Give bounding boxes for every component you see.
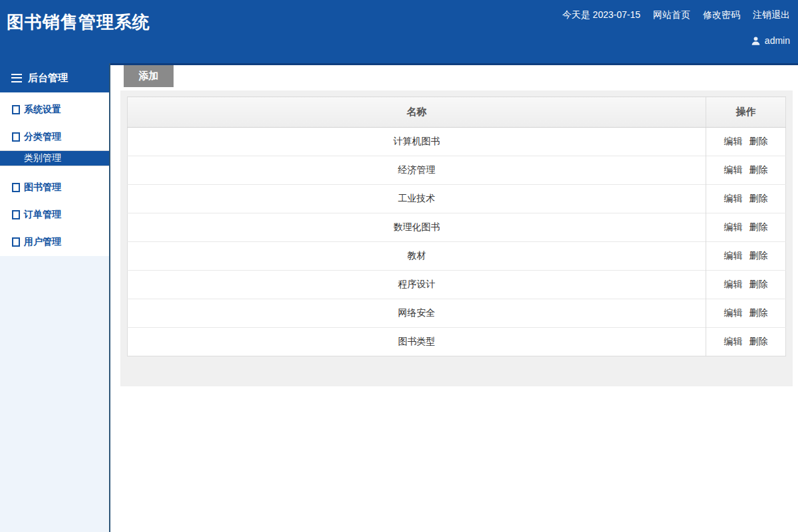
actions-cell: 编辑删除 <box>706 213 786 242</box>
sidebar-item-4[interactable]: 订单管理 <box>0 201 109 228</box>
edit-link[interactable]: 编辑 <box>724 193 743 203</box>
main-layout: 后台管理 系统设置分类管理类别管理图书管理订单管理用户管理 添加 名称 操作 计… <box>0 63 798 532</box>
edit-link[interactable]: 编辑 <box>724 250 743 261</box>
edit-link[interactable]: 编辑 <box>724 221 743 232</box>
delete-link[interactable]: 删除 <box>749 279 768 289</box>
sidebar-item-1[interactable]: 分类管理 <box>0 123 109 150</box>
square-outline-icon <box>12 105 20 114</box>
actions-cell: 编辑删除 <box>706 271 786 299</box>
menu-list-icon <box>11 74 22 82</box>
edit-link[interactable]: 编辑 <box>724 307 743 318</box>
actions-cell: 编辑删除 <box>706 328 786 356</box>
table-row: 教材编辑删除 <box>128 242 786 271</box>
edit-link[interactable]: 编辑 <box>724 136 743 146</box>
sidebar-item-label: 类别管理 <box>24 152 61 164</box>
page-title: 图书销售管理系统 <box>7 11 150 34</box>
category-name-cell: 网络安全 <box>128 299 706 328</box>
sidebar: 后台管理 系统设置分类管理类别管理图书管理订单管理用户管理 <box>0 63 110 532</box>
table-row: 工业技术编辑删除 <box>128 185 786 213</box>
category-name-cell: 计算机图书 <box>128 128 706 156</box>
delete-link[interactable]: 删除 <box>749 221 768 232</box>
delete-link[interactable]: 删除 <box>749 336 768 346</box>
content-area: 添加 名称 操作 计算机图书编辑删除经济管理编辑删除工业技术编辑删除数理化图书编… <box>110 63 798 532</box>
sidebar-header-label: 后台管理 <box>28 72 68 84</box>
delete-link[interactable]: 删除 <box>749 136 768 146</box>
square-outline-icon <box>12 132 20 142</box>
delete-link[interactable]: 删除 <box>749 307 768 318</box>
column-header-actions: 操作 <box>706 97 786 128</box>
edit-link[interactable]: 编辑 <box>724 164 743 175</box>
nav-logout-link[interactable]: 注销退出 <box>753 9 790 21</box>
table-row: 图书类型编辑删除 <box>128 328 786 356</box>
actions-cell: 编辑删除 <box>706 299 786 328</box>
today-date: 今天是 2023-07-15 <box>562 9 640 21</box>
delete-link[interactable]: 删除 <box>749 250 768 261</box>
actions-cell: 编辑删除 <box>706 185 786 213</box>
sidebar-item-0[interactable]: 系统设置 <box>0 96 109 123</box>
table-row: 网络安全编辑删除 <box>128 299 786 328</box>
sidebar-item-label: 订单管理 <box>24 209 61 221</box>
category-name-cell: 程序设计 <box>128 271 706 299</box>
delete-link[interactable]: 删除 <box>749 164 768 175</box>
sidebar-header-backend-management[interactable]: 后台管理 <box>0 63 109 92</box>
column-header-name: 名称 <box>128 97 706 128</box>
add-button[interactable]: 添加 <box>124 65 174 87</box>
table-row: 程序设计编辑删除 <box>128 271 786 299</box>
sidebar-item-label: 分类管理 <box>24 131 61 143</box>
nav-change-password-link[interactable]: 修改密码 <box>703 9 740 21</box>
actions-cell: 编辑删除 <box>706 128 786 156</box>
table-panel: 名称 操作 计算机图书编辑删除经济管理编辑删除工业技术编辑删除数理化图书编辑删除… <box>120 90 793 386</box>
username: admin <box>765 35 790 46</box>
category-table: 名称 操作 计算机图书编辑删除经济管理编辑删除工业技术编辑删除数理化图书编辑删除… <box>127 96 786 356</box>
category-name-cell: 图书类型 <box>128 328 706 356</box>
actions-cell: 编辑删除 <box>706 242 786 271</box>
category-name-cell: 教材 <box>128 242 706 271</box>
table-header-row: 名称 操作 <box>128 97 786 128</box>
table-row: 计算机图书编辑删除 <box>128 128 786 156</box>
category-name-cell: 数理化图书 <box>128 213 706 242</box>
category-name-cell: 经济管理 <box>128 156 706 185</box>
current-user: admin <box>751 35 790 46</box>
sidebar-item-2[interactable]: 类别管理 <box>0 150 109 166</box>
sidebar-item-5[interactable]: 用户管理 <box>0 228 109 255</box>
square-outline-icon <box>12 237 20 247</box>
table-row: 数理化图书编辑删除 <box>128 213 786 242</box>
category-name-cell: 工业技术 <box>128 185 706 213</box>
sidebar-item-3[interactable]: 图书管理 <box>0 174 109 201</box>
top-nav: 今天是 2023-07-15 网站首页 修改密码 注销退出 <box>562 9 790 21</box>
delete-link[interactable]: 删除 <box>749 193 768 203</box>
sidebar-menu: 系统设置分类管理类别管理图书管理订单管理用户管理 <box>0 92 109 256</box>
sidebar-filler <box>0 256 109 532</box>
nav-home-link[interactable]: 网站首页 <box>653 9 690 21</box>
user-icon <box>751 36 761 46</box>
square-outline-icon <box>12 183 20 192</box>
edit-link[interactable]: 编辑 <box>724 336 743 346</box>
sidebar-item-label: 用户管理 <box>24 236 61 248</box>
sidebar-item-label: 系统设置 <box>24 104 61 116</box>
actions-cell: 编辑删除 <box>706 156 786 185</box>
square-outline-icon <box>12 210 20 219</box>
edit-link[interactable]: 编辑 <box>724 279 743 289</box>
app-header: 图书销售管理系统 今天是 2023-07-15 网站首页 修改密码 注销退出 a… <box>0 0 798 63</box>
sidebar-item-label: 图书管理 <box>24 182 61 194</box>
table-row: 经济管理编辑删除 <box>128 156 786 185</box>
